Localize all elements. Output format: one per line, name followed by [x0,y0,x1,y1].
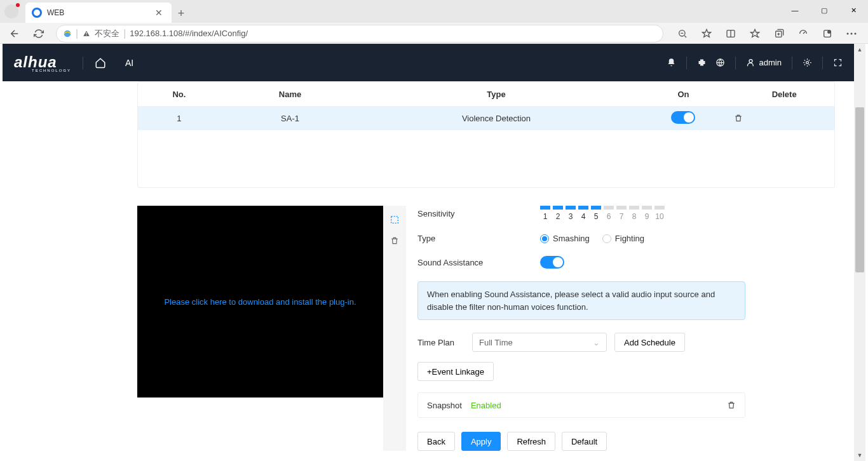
refresh-button[interactable] [29,24,48,43]
performance-icon[interactable] [792,24,815,43]
app-mode-icon[interactable] [816,24,839,43]
favorite-icon[interactable] [695,24,718,43]
maximize-button[interactable]: ▢ [810,0,839,20]
tab-favicon-icon [32,8,42,18]
new-tab-button[interactable]: + [172,4,191,23]
menu-icon[interactable] [840,24,863,43]
browser-tab[interactable]: WEB ✕ [25,3,172,23]
svg-point-0 [64,30,71,37]
svg-point-6 [847,32,849,34]
svg-point-5 [828,30,831,33]
url-text: 192.168.1.108/#/index/AIConfig/ [130,29,248,38]
tab-bar: WEB ✕ + — ▢ ✕ [0,0,868,23]
tab-close-icon[interactable]: ✕ [153,8,165,18]
minimize-button[interactable]: — [780,0,810,20]
back-button[interactable] [5,24,24,43]
profile-icon[interactable] [0,0,23,23]
security-label: 不安全 [95,28,119,39]
tab-title: WEB [47,8,153,17]
ie-icon [63,29,72,38]
browser-chrome: WEB ✕ + — ▢ ✕ | 不安全 | 192.168.1.108/#/in… [0,0,868,44]
warning-icon [82,29,91,38]
url-box[interactable]: | 不安全 | 192.168.1.108/#/index/AIConfig/ [56,25,663,43]
split-icon[interactable] [719,24,742,43]
svg-point-8 [855,32,857,34]
close-window-button[interactable]: ✕ [839,0,868,20]
address-bar: | 不安全 | 192.168.1.108/#/index/AIConfig/ [0,23,868,44]
zoom-icon[interactable] [671,24,694,43]
svg-point-7 [851,32,853,34]
favorites-list-icon[interactable] [743,24,766,43]
collections-icon[interactable] [768,24,790,43]
